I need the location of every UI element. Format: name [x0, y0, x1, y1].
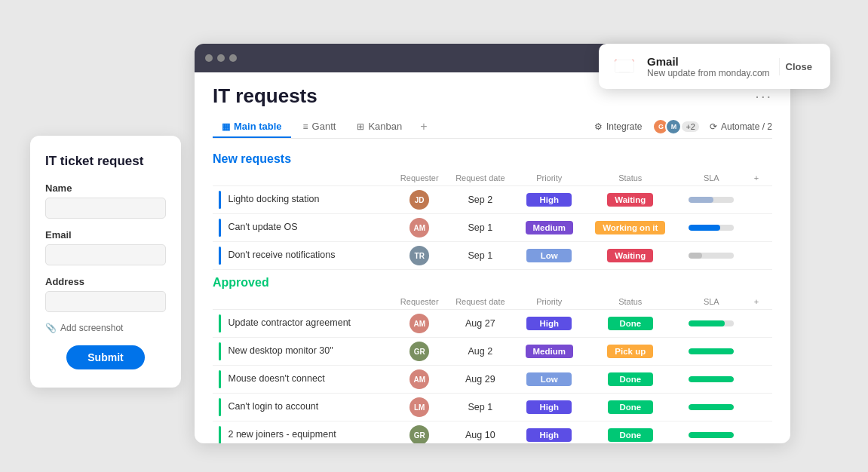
tab-gantt[interactable]: ≡ Gantt: [294, 116, 345, 138]
section-title-new_requests: New requests: [213, 152, 291, 166]
row-add: [748, 214, 772, 242]
avatar: AM: [409, 314, 429, 333]
page-title: IT requests: [213, 84, 317, 108]
row-name: Can't login to account: [213, 394, 391, 421]
name-input[interactable]: [45, 198, 166, 219]
dot-1: [205, 54, 213, 62]
app-window: IT requests ··· ▦ Main table ≡ Gantt ⊞ K…: [195, 44, 790, 443]
automate-button[interactable]: ⟳ Automate / 2: [710, 121, 772, 132]
email-label: Email: [45, 229, 166, 241]
avatar: TR: [409, 246, 429, 265]
status-badge: Pick up: [607, 345, 653, 358]
table-row: Don't receive notifications TR Sep 1 Low…: [213, 242, 772, 270]
row-requester: AM: [391, 366, 448, 394]
row-priority: High: [513, 394, 586, 421]
address-label: Address: [45, 276, 166, 287]
address-field-group: Address: [45, 276, 166, 312]
col-header-request-date: Request date: [448, 170, 513, 186]
automate-icon: ⟳: [710, 121, 717, 132]
row-requester: JD: [391, 186, 448, 214]
sla-bar: [689, 376, 734, 382]
avatar: AM: [409, 369, 429, 389]
col-header-sla: SLA: [675, 170, 748, 186]
status-badge: Done: [608, 317, 653, 330]
avatar: JD: [409, 190, 429, 210]
row-indicator: [219, 370, 221, 388]
priority-badge: Medium: [526, 345, 573, 358]
col-header-requester: Requester: [391, 170, 448, 186]
table-row: Can't update OS AM Sep 1 Medium Working …: [213, 214, 772, 242]
row-status: Done: [586, 366, 675, 394]
table-area: New requestsRequesterRequest datePriorit…: [213, 146, 772, 443]
row-add: [748, 310, 772, 338]
row-add: [748, 338, 772, 366]
gmail-close-button[interactable]: Close: [779, 58, 818, 75]
gmail-notification: Gmail New update from monday.com Close: [599, 44, 830, 89]
priority-badge: Medium: [526, 221, 573, 234]
email-input[interactable]: [45, 244, 166, 265]
status-badge: Done: [608, 400, 653, 414]
table-approved: RequesterRequest datePriorityStatusSLA+ …: [213, 294, 772, 443]
row-status: Waiting: [586, 242, 675, 270]
row-requester: GR: [391, 421, 448, 444]
sla-bar: [689, 432, 734, 438]
avatar: AM: [409, 218, 429, 238]
row-indicator: [219, 426, 221, 443]
row-date: Sep 1: [448, 214, 513, 242]
status-badge: Done: [608, 372, 653, 386]
row-indicator: [219, 314, 221, 333]
tab-main-table[interactable]: ▦ Main table: [213, 116, 291, 138]
priority-badge: High: [526, 193, 572, 207]
row-priority: High: [513, 310, 586, 338]
row-sla: [675, 310, 748, 338]
table-new_requests: RequesterRequest datePriorityStatusSLA+ …: [213, 170, 772, 270]
row-indicator: [219, 342, 221, 360]
row-indicator: [219, 191, 221, 209]
col-header-add: +: [748, 170, 772, 186]
row-name: Can't update OS: [213, 214, 391, 242]
add-tab-button[interactable]: +: [414, 115, 433, 138]
table-row: 2 new joiners - equipment GR Aug 10 High…: [213, 421, 772, 444]
col-header-sla: SLA: [675, 294, 748, 310]
col-header-status: Status: [586, 294, 675, 310]
row-sla: [675, 214, 748, 242]
row-add: [748, 394, 772, 421]
tab-kanban[interactable]: ⊞ Kanban: [348, 116, 411, 138]
col-header-requester: Requester: [391, 294, 448, 310]
submit-button[interactable]: Submit: [66, 345, 144, 369]
integrate-icon: ⚙: [594, 121, 603, 132]
sla-bar: [689, 253, 734, 259]
gmail-subtitle: New update from monday.com: [647, 68, 770, 78]
row-status: Done: [586, 310, 675, 338]
row-priority: High: [513, 421, 586, 444]
address-input[interactable]: [45, 291, 166, 312]
row-priority: Medium: [513, 214, 586, 242]
gmail-logo: [611, 53, 638, 80]
sla-bar: [689, 225, 734, 231]
row-name: Mouse doesn't connect: [213, 366, 391, 394]
section-header-new_requests: New requests: [213, 152, 772, 166]
avatar-count: +2: [682, 121, 699, 132]
collaborators: G M +2: [652, 118, 699, 135]
priority-badge: Low: [526, 249, 572, 262]
section-title-approved: Approved: [213, 276, 269, 290]
row-add: [748, 186, 772, 214]
col-header-name: [213, 170, 391, 186]
col-header-priority: Priority: [513, 170, 586, 186]
avatar: LM: [409, 397, 429, 417]
row-requester: LM: [391, 394, 448, 421]
name-field-group: Name: [45, 182, 166, 219]
row-sla: [675, 186, 748, 214]
row-priority: High: [513, 186, 586, 214]
row-status: Done: [586, 421, 675, 444]
avatar-2: M: [665, 118, 682, 135]
add-screenshot-link[interactable]: 📎 Add screenshot: [45, 323, 166, 333]
table-row: Update contractor agreement AM Aug 27 Hi…: [213, 310, 772, 338]
row-status: Done: [586, 394, 675, 421]
table-row: Can't login to account LM Sep 1 High Don…: [213, 394, 772, 421]
more-options-icon[interactable]: ···: [755, 87, 772, 105]
row-status: Waiting: [586, 186, 675, 214]
integrate-button[interactable]: ⚙ Integrate: [594, 121, 642, 132]
row-sla: [675, 394, 748, 421]
col-header-status: Status: [586, 170, 675, 186]
